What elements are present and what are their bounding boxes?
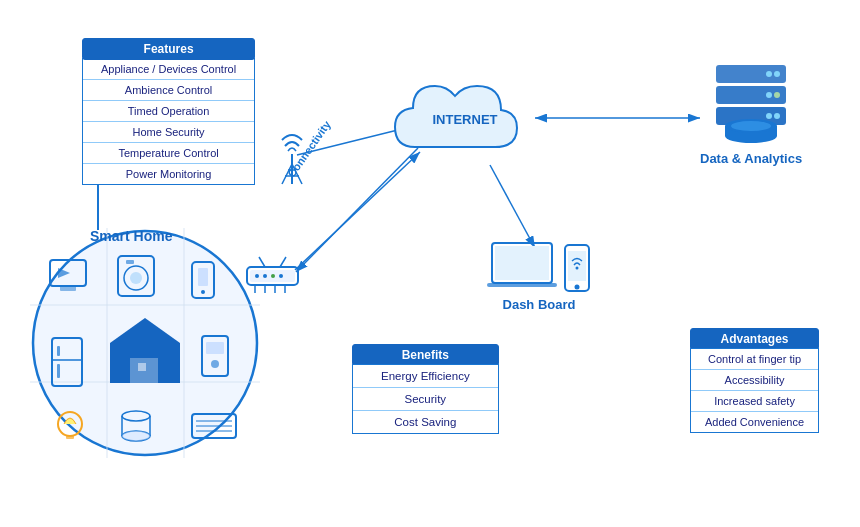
feature-item-3: Timed Operation bbox=[83, 101, 254, 122]
svg-line-7 bbox=[296, 148, 418, 272]
dashboard-box: Dash Board bbox=[487, 238, 591, 312]
smart-home-circle bbox=[30, 228, 260, 458]
smart-home-label: Smart Home bbox=[90, 228, 172, 244]
data-analytics-label: Data & Analytics bbox=[700, 151, 802, 166]
svg-point-18 bbox=[130, 272, 142, 284]
svg-rect-31 bbox=[206, 342, 224, 354]
svg-text:INTERNET: INTERNET bbox=[433, 112, 498, 127]
svg-line-56 bbox=[280, 257, 286, 267]
laptop-icon bbox=[487, 238, 557, 293]
advantages-header: Advantages bbox=[690, 328, 819, 350]
svg-point-22 bbox=[201, 290, 205, 294]
svg-point-74 bbox=[774, 113, 780, 119]
svg-point-39 bbox=[122, 431, 150, 441]
benefits-list: Energy Efficiency Security Cost Saving bbox=[352, 364, 499, 434]
svg-point-72 bbox=[774, 92, 780, 98]
svg-rect-14 bbox=[60, 286, 76, 291]
router-icon bbox=[245, 255, 300, 297]
svg-point-32 bbox=[211, 360, 219, 368]
device-icons bbox=[487, 238, 591, 293]
feature-item-6: Power Monitoring bbox=[83, 164, 254, 184]
svg-rect-77 bbox=[487, 283, 557, 287]
benefit-item-3: Cost Saving bbox=[353, 411, 498, 433]
feature-item-5: Temperature Control bbox=[83, 143, 254, 164]
svg-line-6 bbox=[490, 165, 535, 248]
svg-point-80 bbox=[575, 285, 580, 290]
features-list: Appliance / Devices Control Ambience Con… bbox=[82, 58, 255, 185]
svg-rect-21 bbox=[198, 268, 208, 286]
smart-home-svg bbox=[30, 228, 260, 458]
svg-rect-29 bbox=[138, 363, 146, 371]
advantage-item-1: Control at finger tip bbox=[691, 349, 818, 370]
phone-icon bbox=[563, 243, 591, 293]
benefit-item-2: Security bbox=[353, 388, 498, 411]
svg-point-51 bbox=[255, 274, 259, 278]
svg-point-81 bbox=[576, 267, 579, 270]
svg-point-70 bbox=[774, 71, 780, 77]
svg-point-71 bbox=[766, 92, 772, 98]
svg-point-52 bbox=[263, 274, 267, 278]
feature-item-2: Ambience Control bbox=[83, 80, 254, 101]
svg-point-68 bbox=[731, 121, 771, 131]
advantage-item-3: Increased safety bbox=[691, 391, 818, 412]
advantage-item-2: Accessibility bbox=[691, 370, 818, 391]
features-box: Features Appliance / Devices Control Amb… bbox=[82, 38, 255, 185]
svg-line-55 bbox=[259, 257, 265, 267]
svg-rect-25 bbox=[57, 346, 60, 356]
advantage-item-4: Added Convenience bbox=[691, 412, 818, 432]
advantages-box: Advantages Control at finger tip Accessi… bbox=[690, 328, 819, 433]
svg-rect-34 bbox=[66, 435, 74, 439]
dashboard-label: Dash Board bbox=[487, 297, 591, 312]
server-icon bbox=[711, 60, 791, 145]
svg-rect-19 bbox=[126, 260, 134, 264]
svg-line-4 bbox=[295, 152, 420, 270]
features-header: Features bbox=[82, 38, 255, 60]
benefits-box: Benefits Energy Efficiency Security Cost… bbox=[352, 344, 499, 434]
benefit-item-1: Energy Efficiency bbox=[353, 365, 498, 388]
svg-rect-79 bbox=[568, 251, 586, 281]
internet-cloud: INTERNET bbox=[385, 72, 545, 166]
advantages-list: Control at finger tip Accessibility Incr… bbox=[690, 348, 819, 433]
svg-point-73 bbox=[766, 113, 772, 119]
svg-point-54 bbox=[279, 274, 283, 278]
svg-rect-26 bbox=[57, 364, 60, 378]
benefits-header: Benefits bbox=[352, 344, 499, 366]
feature-item-1: Appliance / Devices Control bbox=[83, 59, 254, 80]
data-analytics-box: Data & Analytics bbox=[700, 60, 802, 166]
cloud-svg: INTERNET bbox=[385, 72, 545, 162]
svg-point-69 bbox=[766, 71, 772, 77]
feature-item-4: Home Security bbox=[83, 122, 254, 143]
svg-point-53 bbox=[271, 274, 275, 278]
svg-rect-76 bbox=[495, 246, 549, 280]
